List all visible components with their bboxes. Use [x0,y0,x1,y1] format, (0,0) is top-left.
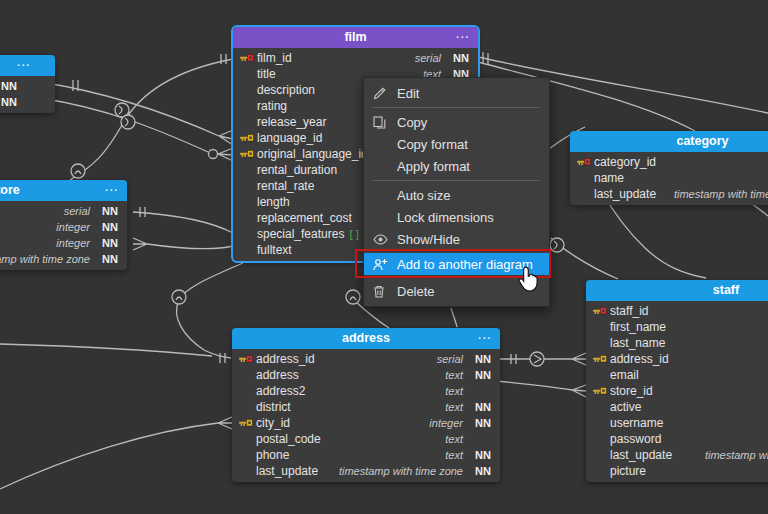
table-staff-row-email[interactable]: email [586,367,768,383]
column-not-null: NN [96,221,118,233]
table-staff[interactable]: staff···staff_idfirst_namelast_nameaddre… [586,280,768,482]
column-name: email [610,368,639,382]
column-name: staff_id [610,304,648,318]
diagram-canvas[interactable]: film···film_idserialNNtitletextNNdescrip… [0,0,768,514]
table-store-row-2[interactable]: integerNN [0,235,127,251]
column-name: replacement_cost [257,211,352,225]
table-staff-row-first_name[interactable]: first_name [586,319,768,335]
column-not-null: NN [96,237,118,249]
menu-item-show-hide[interactable]: Show/Hide [364,228,549,250]
relationship-line [218,148,233,161]
table-category-row-name[interactable]: name [570,170,768,186]
table-address-row-district[interactable]: districttextNN [232,399,500,415]
column-type: serial [437,353,463,365]
table-edge-menu-dots[interactable]: ··· [17,55,31,76]
column-type: integer [56,221,90,233]
column-name: length [257,195,290,209]
relationship-line [218,417,232,429]
table-staff-row-store_id[interactable]: store_id [586,383,768,399]
table-edge-row-1[interactable]: NN [0,94,55,110]
trash-icon [373,285,397,298]
column-name: active [610,400,641,414]
column-type: integer [429,417,463,429]
table-store-row-3[interactable]: timestamp with time zoneNN [0,251,127,267]
table-film-menu-dots[interactable]: ··· [456,27,470,48]
menu-item-copy-format[interactable]: Copy format [364,133,549,155]
menu-item-auto-size[interactable]: Auto size [364,184,549,206]
table-address-row-address_id[interactable]: address_idserialNN [232,351,500,367]
column-name: description [257,83,315,97]
column-not-null: NN [469,449,491,461]
column-not-null: NN [447,52,469,64]
table-address-menu-dots[interactable]: ··· [478,328,492,349]
column-name: address2 [256,384,305,398]
table-address-header[interactable]: address··· [232,328,500,349]
column-name: district [256,400,291,414]
table-staff-header[interactable]: staff··· [586,280,768,301]
table-address-title: address [342,331,390,345]
column-type: timestamp with time zone [674,188,768,200]
table-film-header[interactable]: film··· [233,27,478,48]
table-store[interactable]: store···serialNNintegerNNintegerNNtimest… [0,180,127,270]
column-type: text [445,449,463,461]
table-staff-row-password[interactable]: password [586,431,768,447]
menu-item-label: Copy format [397,137,468,152]
foreign-key-icon [593,354,610,364]
table-store-header[interactable]: store··· [0,180,127,201]
relationship-line [497,381,572,390]
column-name: city_id [256,416,290,430]
column-type: text [445,401,463,413]
table-address-row-address2[interactable]: address2text [232,383,500,399]
table-store-row-0[interactable]: serialNN [0,203,127,219]
table-store-menu-dots[interactable]: ··· [105,180,119,201]
table-address-row-address[interactable]: addresstextNN [232,367,500,383]
foreign-key-icon [593,386,610,396]
column-name: rental_duration [257,163,337,177]
menu-item-lock-dimensions[interactable]: Lock dimensions [364,206,549,228]
column-name: category_id [594,155,656,169]
table-category[interactable]: category···category_idnamelast_updatetim… [570,131,768,205]
table-staff-row-active[interactable]: active [586,399,768,415]
column-name: first_name [610,320,666,334]
table-edge-header[interactable]: ··· [0,55,55,76]
pencil-icon [373,87,397,100]
table-category-row-last_update[interactable]: last_updatetimestamp with time zoneNN [570,186,768,202]
table-staff-row-staff_id[interactable]: staff_id [586,303,768,319]
table-edge-row-0[interactable]: NN [0,78,55,94]
column-type: serial [64,205,90,217]
table-address-row-city_id[interactable]: city_idintegerNN [232,415,500,431]
table-address[interactable]: address···address_idserialNNaddresstextN… [232,328,500,482]
table-staff-row-last_name[interactable]: last_name [586,335,768,351]
table-address-row-postal_code[interactable]: postal_codetext [232,431,500,447]
table-staff-row-picture[interactable]: picture [586,463,768,479]
table-film-row-film_id[interactable]: film_idserialNN [233,50,478,66]
menu-item-delete[interactable]: Delete [364,280,549,302]
table-address-row-last_update[interactable]: last_updatetimestamp with time zoneNN [232,463,500,479]
table-staff-row-username[interactable]: username [586,415,768,431]
relationship-line [219,130,233,145]
menu-item-apply-format[interactable]: Apply format [364,155,549,177]
menu-item-label: Lock dimensions [397,210,494,225]
menu-item-edit[interactable]: Edit [364,82,549,104]
table-category-row-category_id[interactable]: category_id [570,154,768,170]
column-name: original_language_id [257,147,368,161]
column-name: fulltext [257,243,292,257]
menu-item-copy[interactable]: Copy [364,111,549,133]
menu-item-label: Edit [397,86,419,101]
menu-item-label: Show/Hide [397,232,460,247]
table-category-header[interactable]: category··· [570,131,768,152]
context-menu: EditCopyCopy formatApply formatAuto size… [363,77,550,307]
table-store-row-1[interactable]: integerNN [0,219,127,235]
table-edge[interactable]: ···NNNN [0,55,55,113]
column-name: last_update [610,448,672,462]
primary-key-icon [577,157,594,167]
menu-item-add-to-another-diagram[interactable]: Add to another diagram [364,253,549,275]
table-staff-row-address_id[interactable]: address_id [586,351,768,367]
relationship-line [0,423,218,489]
table-staff-row-last_update[interactable]: last_updatetimestamp with time zone [586,447,768,463]
column-not-null: NN [469,353,491,365]
person-plus-icon [373,258,397,271]
column-name: last_update [594,187,656,201]
column-name: title [257,67,276,81]
table-address-row-phone[interactable]: phonetextNN [232,447,500,463]
